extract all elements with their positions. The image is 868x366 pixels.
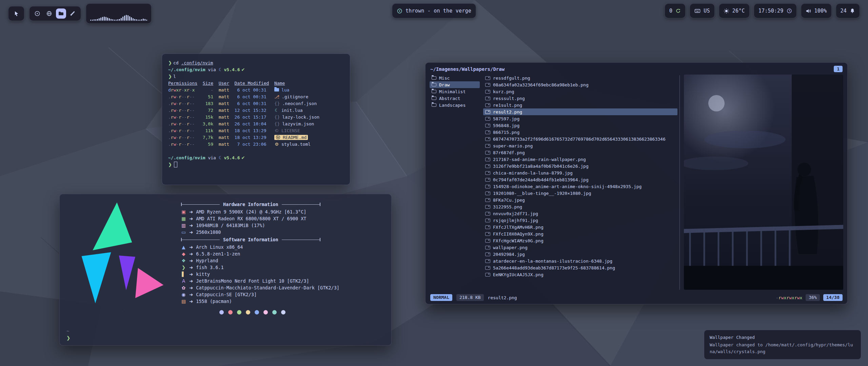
file-name: 217167-sad-anime-rain-wallpaper.png <box>493 157 675 162</box>
palette-dot <box>246 310 250 314</box>
file-item[interactable]: super-mario.png <box>483 142 677 149</box>
image-file-icon <box>485 273 490 277</box>
file-item[interactable]: 3122955.png <box>483 203 677 210</box>
file-name: atardecer-en-la-montanas-ilustracion-634… <box>493 259 675 264</box>
file-item[interactable]: 08a634fa02a32364f69ebc86a98eb1eb.png <box>483 81 677 88</box>
file-item[interactable]: 19201080-__blue-tinge__-1920×1080.jpg <box>483 190 677 197</box>
folder-name: Abstract <box>439 96 460 101</box>
file-item[interactable]: 587597.jpg <box>483 115 677 122</box>
topbar-right: 0 US 26°C 17:50:29 100% 24 <box>665 3 860 18</box>
file-name: init.lua <box>281 108 303 113</box>
palette-dot <box>272 310 277 314</box>
disc-icon[interactable] <box>32 8 42 19</box>
file-item[interactable]: 87r687df.png <box>483 149 677 156</box>
sidebar-item-draw[interactable]: Draw <box>430 81 480 88</box>
file-item[interactable]: EeNKYgIUcAAJ5JX.png <box>483 271 677 278</box>
file-item[interactable]: 596848.jpg <box>483 122 677 129</box>
notifications-widget[interactable]: 24 <box>836 3 860 18</box>
terminal-line: ❯ cd .config/nvim <box>168 59 344 66</box>
file-item[interactable]: nnvuv0xj2df71.jpg <box>483 210 677 217</box>
file-item[interactable]: 8FKa7Cu.jpeg <box>483 197 677 203</box>
file-item[interactable]: ressdfgult.png <box>483 75 677 81</box>
file-item[interactable]: rsjqojlmjhf91.jpg <box>483 217 677 224</box>
file-item[interactable]: FXfcHgcWIAMzs0G.png <box>483 237 677 244</box>
file-permissions: -rwxrwxrwx <box>776 295 802 300</box>
file-item[interactable]: chica-mirando-la-luna-8799.jpg <box>483 169 677 176</box>
sidebar-item-minimalist[interactable]: Minimalist <box>430 88 480 95</box>
file-item[interactable]: FXfcII0X0AQyn9X.png <box>483 230 677 237</box>
file-item[interactable]: result2.png <box>483 108 677 115</box>
terminal-line: ~/.config/nvim via ☾ v5.4.6 ✔ <box>168 66 344 73</box>
notification-popup[interactable]: Wallpaper Changed Wallpaper changed to /… <box>704 330 861 360</box>
sidebar-item-misc[interactable]: Misc <box>430 75 480 81</box>
terminal-icon: ▌ <box>181 271 186 277</box>
clock-time: 17:50:29 <box>758 8 784 14</box>
visualizer-bar <box>105 17 106 21</box>
topbar-left <box>8 3 152 24</box>
file-item[interactable]: 217167-sad-anime-rain-wallpaper.png <box>483 156 677 163</box>
cpu-icon: ▣ <box>181 209 186 215</box>
file-item[interactable]: 20492984.jpg <box>483 251 677 258</box>
file-item[interactable]: atardecer-en-la-montanas-ilustracion-634… <box>483 258 677 264</box>
file-item[interactable]: FXfcJlTXgAMvH6R.png <box>483 224 677 230</box>
file-item[interactable]: 0c794faf07de24a4db4d4fb1eb813964.jpg <box>483 176 677 183</box>
file-item[interactable]: 866715.png <box>483 129 677 136</box>
file-name: lazyvim.json <box>282 121 314 126</box>
folder-icon[interactable] <box>56 8 66 19</box>
globe-icon[interactable] <box>44 8 54 19</box>
clock-icon <box>787 8 792 14</box>
file-item[interactable]: kurz.png <box>483 88 677 95</box>
notification-count: 24 <box>841 8 847 14</box>
updates-widget[interactable]: 0 <box>665 3 686 18</box>
file-name: chica-mirando-la-luna-8799.jpg <box>493 170 675 176</box>
file-name: .neoconf.json <box>282 101 317 106</box>
image-file-icon <box>485 158 490 161</box>
tab-badge[interactable]: 1 <box>834 66 843 72</box>
volume-widget[interactable]: 100% <box>801 3 832 18</box>
terminal-window[interactable]: ❯ cd .config/nvim~/.config/nvim via ☾ v5… <box>162 54 350 185</box>
file-item[interactable]: re1sult.png <box>483 102 677 108</box>
file-list: ressdfgult.png08a634fa02a32364f69ebc86a9… <box>480 75 677 290</box>
file-manager-window[interactable]: ~/Imagenes/Wallpapers/Draw 1 MiscDrawMin… <box>425 62 848 304</box>
visualizer-bar <box>121 18 122 21</box>
shell-icon: ❯ <box>181 265 186 270</box>
file-item[interactable]: 5a266e448add93deab367d87173e9f25-6837886… <box>483 264 677 271</box>
file-name: .gitignore <box>282 94 308 99</box>
file-name: FXfcII0X0AQyn9X.png <box>493 231 675 237</box>
image-file-icon <box>485 171 490 175</box>
file-item[interactable]: resssult.png <box>483 95 677 102</box>
file-item[interactable]: wallpaper.png <box>483 244 677 251</box>
brush-icon[interactable] <box>68 8 78 19</box>
image-file-icon <box>485 144 490 148</box>
visualizer-bar <box>95 19 96 21</box>
keyboard-layout-widget[interactable]: US <box>690 3 714 18</box>
image-file-icon <box>485 225 490 229</box>
fetch-line: ▲➜Arch Linux x86_64 <box>181 244 384 250</box>
file-item[interactable]: 154928-odinokoe_anime-art-anime-okno-sin… <box>483 183 677 190</box>
topbar-center: thrown - on the verge <box>392 3 476 18</box>
music-widget[interactable]: thrown - on the verge <box>392 3 476 18</box>
fetch-line: ▭➜868x366 <box>181 229 384 236</box>
ls-row: .rw-r--r--183matt 6 oct 00:31{}.neoconf.… <box>168 100 344 107</box>
image-file-icon <box>485 151 490 155</box>
weather-widget[interactable]: 26°C <box>719 3 750 18</box>
clock-widget[interactable]: 17:50:29 <box>754 3 797 18</box>
image-file-icon <box>485 219 490 222</box>
music-disc-icon <box>397 8 402 14</box>
folder-name: Landscapes <box>439 103 466 108</box>
ls-row: .rw-r--r--51matt 6 oct 00:31⎇.gitignore <box>168 93 344 100</box>
fetch-window[interactable]: Hardware Information▣➜AMD Ryzen 9 5900X … <box>59 194 392 346</box>
file-item[interactable]: 68747470733a2f2f696d616765732d7769786d70… <box>483 136 677 142</box>
launcher-button[interactable] <box>8 6 24 21</box>
sidebar-item-abstract[interactable]: Abstract <box>430 95 480 102</box>
file-item[interactable]: 3126f7e9bbf21a8a4af0b67b041c6e26.jpg <box>483 163 677 169</box>
image-file-icon <box>485 178 490 182</box>
visualizer-bar <box>116 20 117 21</box>
folder-icon <box>432 90 436 93</box>
file-name: lazy-lock.json <box>282 115 320 120</box>
file-name: 19201080-__blue-tinge__-1920×1080.jpg <box>493 191 675 196</box>
file-name: 68747470733a2f2f696d616765732d7769786d70… <box>493 137 675 142</box>
file-name: super-mario.png <box>493 143 675 148</box>
fetch-line: ▦➜AMD ATI Radeon RX 6800/6800 XT / 6900 … <box>181 215 384 222</box>
sidebar-item-landscapes[interactable]: Landscapes <box>430 102 480 108</box>
